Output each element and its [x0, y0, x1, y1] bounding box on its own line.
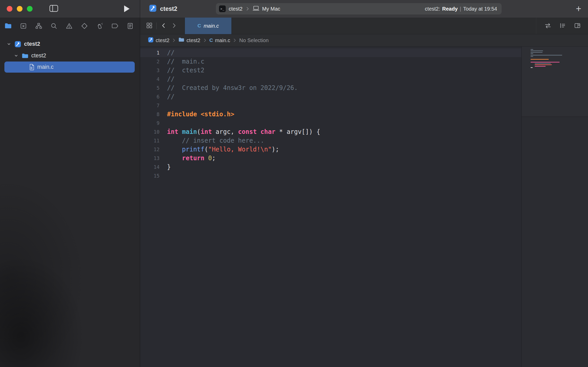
line-number: 7: [140, 101, 160, 110]
find-navigator-button[interactable]: [50, 22, 58, 30]
code-text: [160, 101, 167, 110]
test-navigator-button[interactable]: [80, 22, 88, 30]
chevron-left-icon: [160, 22, 167, 30]
toggle-sidebar-button[interactable]: [49, 5, 58, 13]
scheme-name[interactable]: ctest2: [229, 6, 242, 12]
xcode-project-icon: [14, 41, 21, 48]
code-line[interactable]: 10int main(int argc, const char * argv[]…: [140, 127, 521, 136]
code-line[interactable]: 12 printf("Hello, World!\n");: [140, 145, 521, 154]
chevron-right-icon: [246, 6, 249, 11]
breadcrumb-project[interactable]: ctest2: [148, 37, 169, 44]
xcode-window: ctest2 ctest2 C main.c ctest2 >_ ctest2: [0, 0, 588, 367]
code-text: }: [160, 163, 171, 171]
symbol-navigator-button[interactable]: [35, 22, 42, 30]
scheme-destination[interactable]: My Mac: [262, 6, 280, 12]
scheme-selector[interactable]: >_ ctest2 My Mac: [219, 5, 280, 12]
code-review-button[interactable]: [544, 22, 552, 30]
hierarchy-icon: [35, 22, 42, 30]
tree-item-label: ctest2: [24, 41, 40, 47]
minimap[interactable]: [521, 47, 588, 367]
folder-icon: [4, 22, 12, 30]
code-line[interactable]: 6//: [140, 92, 521, 101]
minimap-line: [531, 67, 533, 68]
line-number: 8: [140, 110, 160, 119]
line-number: 13: [140, 154, 160, 163]
chevron-right-icon: [203, 38, 207, 43]
code-text: int main(int argc, const char * argv[]) …: [160, 127, 320, 136]
breakpoint-navigator-button[interactable]: [111, 22, 119, 30]
code-line[interactable]: 2// main.c: [140, 57, 521, 66]
navigator-toolbar: [0, 18, 140, 34]
minimap-line: [535, 66, 546, 67]
code-line[interactable]: 14}: [140, 163, 521, 171]
close-button[interactable]: [7, 6, 12, 12]
code-line[interactable]: 3// ctest2: [140, 66, 521, 75]
forward-button[interactable]: [171, 22, 177, 30]
chevron-down-icon[interactable]: [6, 42, 11, 46]
minimize-button[interactable]: [17, 6, 22, 12]
divider: [156, 22, 157, 29]
source-control-navigator-button[interactable]: [19, 22, 27, 30]
tree-item-group[interactable]: ctest2: [0, 50, 140, 62]
split-editor-icon: [574, 22, 581, 30]
window-title: ctest2: [160, 5, 177, 12]
chevron-right-icon: [172, 38, 176, 43]
minimap-line: [531, 52, 542, 53]
tree-item-main-c[interactable]: C main.c: [4, 62, 135, 73]
xcode-app-icon: [149, 4, 157, 13]
debug-navigator-button[interactable]: [96, 22, 103, 30]
issue-navigator-button[interactable]: [65, 22, 73, 30]
zoom-button[interactable]: [27, 6, 33, 12]
code-line[interactable]: 5// Created by 4nsw3r on 2022/9/26.: [140, 83, 521, 92]
diamond-icon: [81, 22, 88, 30]
code-line[interactable]: 1//: [140, 48, 521, 57]
terminal-icon: >_: [219, 5, 226, 12]
line-number: 11: [140, 136, 160, 145]
line-number: 5: [140, 83, 160, 92]
project-navigator-button[interactable]: [4, 22, 12, 30]
back-button[interactable]: [160, 22, 167, 30]
breadcrumb: ctest2 ctest2 C main.c No Selection: [140, 34, 588, 47]
editor-options-button[interactable]: [559, 22, 566, 30]
library-add-button[interactable]: +: [576, 4, 581, 13]
tree-item-label: ctest2: [31, 52, 46, 59]
code-text: [160, 171, 167, 180]
sidebar-titlebar: [0, 0, 140, 18]
chevron-right-icon: [171, 22, 177, 30]
xcode-project-icon: [148, 37, 154, 44]
line-number: 15: [140, 171, 160, 180]
code-line[interactable]: 15: [140, 171, 521, 180]
minimap-line: [531, 55, 562, 56]
report-navigator-button[interactable]: [126, 22, 134, 30]
editor-controls: [536, 18, 588, 34]
add-editor-button[interactable]: [574, 22, 581, 30]
line-number: 2: [140, 57, 160, 66]
code-text: return 0;: [160, 154, 216, 163]
code-line[interactable]: 7: [140, 101, 521, 110]
c-file-icon: C: [198, 23, 201, 29]
navigator-tree: ctest2 ctest2 C main.c: [0, 34, 140, 367]
code-line[interactable]: 8#include <stdio.h>: [140, 110, 521, 119]
code-line[interactable]: 9: [140, 119, 521, 127]
status-time: Today at 19:54: [463, 6, 497, 12]
tab-main-c[interactable]: C main.c: [185, 18, 232, 34]
line-number: 1: [140, 48, 160, 57]
chevron-down-icon[interactable]: [13, 54, 19, 58]
arrows-swap-icon: [544, 22, 552, 30]
folder-icon: [178, 37, 184, 43]
minimap-bars: [522, 47, 588, 69]
search-icon: [50, 22, 58, 30]
tab-controls: [140, 18, 177, 34]
code-line[interactable]: 13 return 0;: [140, 154, 521, 163]
breadcrumb-file[interactable]: C main.c: [209, 37, 230, 43]
code-lines[interactable]: 1//2// main.c3// ctest24//5// Created by…: [140, 47, 521, 367]
svg-text:C: C: [31, 66, 33, 69]
line-number: 10: [140, 127, 160, 136]
code-line[interactable]: 11 // insert code here...: [140, 136, 521, 145]
breadcrumb-selection[interactable]: No Selection: [239, 37, 268, 43]
breadcrumb-folder[interactable]: ctest2: [178, 37, 200, 43]
run-button[interactable]: [124, 5, 130, 12]
tab-overview-button[interactable]: [146, 22, 153, 30]
code-line[interactable]: 4//: [140, 75, 521, 83]
tree-item-project[interactable]: ctest2: [0, 38, 140, 50]
